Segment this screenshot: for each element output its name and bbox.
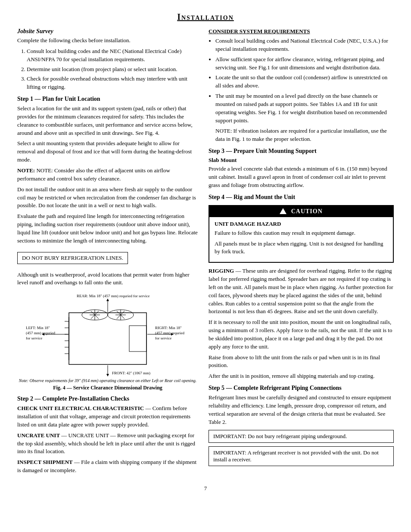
step1-heading: Step 1 — Plan for Unit Location [17,96,198,103]
rigging-para2: If it is necessary to roll the unit into… [209,318,394,351]
step2-heading: Step 2 — Complete Pre-Installation Check… [17,395,198,402]
right-label: RIGHT: Min 18" (457 mm) requried for ser… [155,326,190,341]
caution-subtitle: UNIT DAMAGE HAZARD [215,221,388,227]
left-label: LEFT: Min 18" (457 mm) requried for serv… [26,326,56,341]
important-box-1: IMPORTANT: Do not bury refrigerant pipin… [209,430,394,443]
page-title: Installation [17,12,394,22]
rigging-para1: RIGGING — These units are designed for o… [209,267,394,316]
jobsite-survey-list: Consult local building codes and the NEC… [27,47,198,91]
step1-para4: Do not install the outdoor unit in an ar… [17,186,198,210]
step3-heading: Step 3 — Prepare Unit Mounting Support [209,148,394,155]
caution-triangle-icon [280,208,286,214]
figure-note: Note: Observe requirements for 39" (914 … [17,378,198,383]
step5-heading: Step 5 — Complete Refrigerant Piping Con… [209,385,394,392]
after-notice: Although unit is weatherproof, avoid loc… [17,271,198,287]
check-unit-text: CHECK UNIT ELECTRICAL CHARACTERISTIC — C… [17,404,198,429]
list-item: The unit may be mounted on a level pad d… [215,92,394,124]
step1-note: NOTE: NOTE: Consider also the effect of … [17,167,198,183]
caution-line1: Failure to follow this caution may resul… [215,229,388,237]
right-column: CONSIDER SYSTEM REQUIREMENTS Consult loc… [209,28,394,477]
front-label: FRONT: 42" (1067 mm) [112,371,150,376]
svg-rect-0 [69,313,146,364]
caution-line2: All panels must be in place when rigging… [215,240,388,256]
jobsite-survey-intro: Complete the following checks before ins… [17,37,198,45]
page-number: 7 [17,485,394,492]
list-item: Locate the unit so that the outdoor coil… [215,74,394,90]
caution-box: CAUTION UNIT DAMAGE HAZARD Failure to fo… [209,205,394,263]
uncrate-unit-text: UNCRATE UNIT — UNCRATE UNIT — Remove uni… [17,432,198,456]
consider-note: NOTE: If vibration isolators are require… [215,127,394,143]
svg-rect-18 [129,326,146,352]
important-box-2: IMPORTANT: A refrigerant receiver is not… [209,446,394,466]
list-item: Consult local building codes and Nationa… [215,37,394,53]
caution-header: CAUTION [209,206,393,217]
rigging-para4: After the unit is in position, remove al… [209,372,394,380]
list-item: Determine unit location (from project pl… [27,65,198,74]
inspect-shipment-text: INSPECT SHIPMENT — File a claim with shi… [17,458,198,475]
page: Installation Jobsite Survey Complete the… [0,0,411,532]
list-item: Consult local building codes and the NEC… [27,47,198,64]
notice-box: DO NOT BURY REFRIGERATION LINES. [17,252,128,264]
figure-area: REAR: Min 18" (457 mm) requried for serv… [17,291,198,391]
jobsite-survey-heading: Jobsite Survey [17,28,198,35]
consider-heading: CONSIDER SYSTEM REQUIREMENTS [209,28,394,35]
step1-para2: Select a unit mounting system that provi… [17,140,198,164]
slab-mount-heading: Slab Mount [209,157,394,164]
step1-para5: Evaluate the path and required line leng… [17,212,198,245]
rear-label: REAR: Min 18" (457 mm) requried for serv… [77,294,149,299]
caution-body: UNIT DAMAGE HAZARD Failure to follow thi… [209,217,393,262]
left-column: Jobsite Survey Complete the following ch… [17,28,198,477]
step5-text: Refrigerant lines must be carefully desi… [209,394,394,426]
caution-header-text: CAUTION [291,208,323,215]
figure-caption: Fig. 4 — Service Clearance Dimensional D… [17,385,198,391]
list-item: Allow sufficient space for airflow clear… [215,56,394,72]
slab-mount-text: Provide a level concrete slab that exten… [209,165,394,190]
rigging-para3: Raise from above to lift the unit from t… [209,354,394,370]
diagram-container: REAR: Min 18" (457 mm) requried for serv… [26,291,190,377]
step1-para1: Select a location for the unit and its s… [17,105,198,137]
consider-list: Consult local building codes and Nationa… [215,37,394,124]
list-item: Check for possible overhead obstructions… [27,75,198,91]
step4-heading: Step 4 — Rig and Mount the Unit [209,194,394,201]
